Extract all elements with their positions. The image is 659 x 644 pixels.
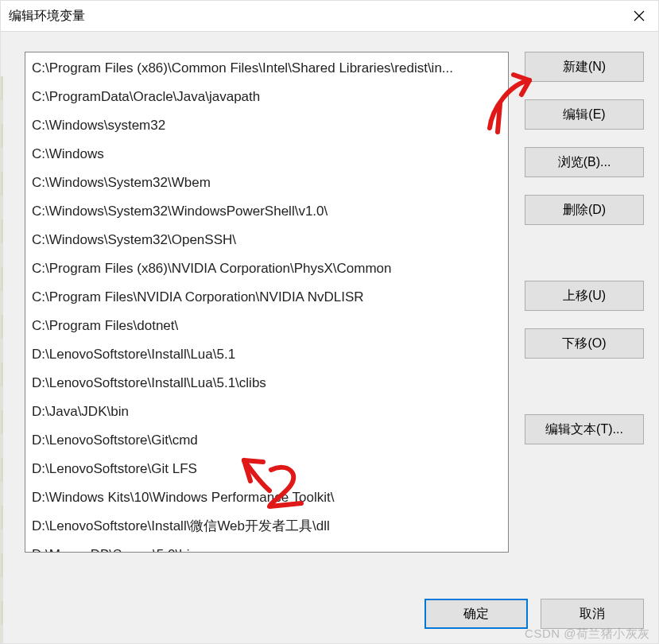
list-item[interactable]: D:\LenovoSoftstore\Git\cmd [25, 426, 508, 455]
close-button[interactable] [620, 1, 658, 31]
move-down-button[interactable]: 下移(O) [525, 328, 644, 359]
move-up-button[interactable]: 上移(U) [525, 281, 644, 311]
list-item[interactable]: C:\Program Files (x86)\NVIDIA Corporatio… [25, 254, 508, 283]
list-item[interactable]: C:\Windows\System32\WindowsPowerShell\v1… [25, 197, 508, 226]
list-item[interactable]: D:\Windows Kits\10\Windows Performance T… [25, 483, 508, 512]
list-item[interactable]: D:\LenovoSoftstore\Install\Lua\5.1 [25, 340, 508, 369]
edit-button[interactable]: 编辑(E) [525, 99, 644, 130]
list-item[interactable]: C:\Windows\system32 [25, 111, 508, 140]
dialog-content: C:\Program Files (x86)\Common Files\Inte… [1, 31, 658, 643]
dialog-footer: 确定 取消 [25, 578, 644, 629]
window-title: 编辑环境变量 [1, 8, 620, 25]
list-item[interactable]: C:\Windows [25, 140, 508, 169]
edit-text-button[interactable]: 编辑文本(T)... [525, 414, 644, 444]
path-listbox[interactable]: C:\Program Files (x86)\Common Files\Inte… [25, 52, 509, 553]
list-item[interactable]: D:\MongoDB\Server\5.0\bin [25, 541, 508, 553]
list-item[interactable]: D:\Java\JDK\bin [25, 398, 508, 426]
list-item[interactable]: D:\LenovoSoftstore\Install\微信Web开发者工具\dl… [25, 512, 508, 541]
browse-button[interactable]: 浏览(B)... [525, 147, 644, 177]
list-item[interactable]: C:\Windows\System32\OpenSSH\ [25, 226, 508, 254]
new-button[interactable]: 新建(N) [525, 52, 644, 82]
titlebar: 编辑环境变量 [1, 1, 658, 32]
list-item[interactable]: C:\Program Files (x86)\Common Files\Inte… [25, 54, 508, 83]
list-item[interactable]: C:\Windows\System32\Wbem [25, 169, 508, 197]
ok-button[interactable]: 确定 [424, 599, 528, 629]
list-item[interactable]: C:\ProgramData\Oracle\Java\javapath [25, 83, 508, 111]
delete-button[interactable]: 删除(D) [525, 195, 644, 225]
list-item[interactable]: D:\LenovoSoftstore\Install\Lua\5.1\clibs [25, 369, 508, 398]
list-item[interactable]: C:\Program Files\NVIDIA Corporation\NVID… [25, 283, 508, 312]
cancel-button[interactable]: 取消 [541, 599, 644, 629]
list-item[interactable]: C:\Program Files\dotnet\ [25, 312, 508, 340]
dialog-window: 编辑环境变量 C:\Program Files (x86)\Common Fil… [0, 0, 659, 644]
close-icon [634, 10, 645, 21]
side-button-column: 新建(N) 编辑(E) 浏览(B)... 删除(D) 上移(U) 下移(O) 编… [525, 52, 644, 578]
list-item[interactable]: D:\LenovoSoftstore\Git LFS [25, 455, 508, 483]
